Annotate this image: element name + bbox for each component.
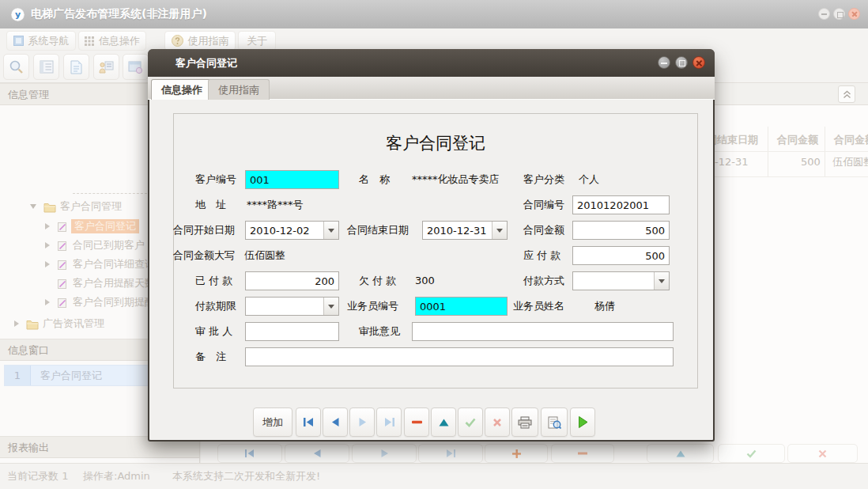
- bg-nav-last-button[interactable]: [418, 444, 483, 463]
- window-maximize-button[interactable]: [833, 8, 845, 20]
- dropdown-button[interactable]: [492, 222, 507, 239]
- print-preview-button[interactable]: [541, 408, 568, 437]
- quick-search-button[interactable]: [3, 54, 29, 80]
- quick-document-button[interactable]: [63, 54, 89, 80]
- menu-item-label: 信息操作: [99, 34, 140, 48]
- window-titlebar: y 电梯广告发布管理系统(非注册用户): [0, 0, 868, 28]
- page-tool-icon: [57, 259, 68, 274]
- bg-nav-remove-button[interactable]: [551, 444, 614, 463]
- contract-no-input[interactable]: [572, 195, 670, 214]
- grid-column-amount[interactable]: 合同金额: [777, 129, 818, 151]
- chevron-right-icon[interactable]: [45, 223, 50, 229]
- print-button[interactable]: [511, 408, 538, 437]
- form-title: 客户合同登记: [173, 132, 698, 154]
- window-nav-icon: [13, 36, 24, 46]
- dialog-close-button[interactable]: [693, 56, 705, 69]
- next-record-button[interactable]: [349, 408, 375, 437]
- grid-cell-amount[interactable]: 500: [801, 151, 820, 173]
- add-button[interactable]: 增加: [253, 408, 292, 437]
- amount-input[interactable]: [572, 221, 670, 240]
- salesman-no-input[interactable]: [415, 297, 508, 316]
- chevron-right-icon[interactable]: [45, 299, 50, 305]
- app-root: y 电梯广告发布管理系统(非注册用户) 系统导航 信息操作 使用指南 关于: [0, 0, 868, 489]
- prev-record-button[interactable]: [323, 408, 348, 437]
- tree-node-label[interactable]: 客户合同管理: [60, 199, 122, 214]
- chevron-right-icon[interactable]: [45, 242, 50, 248]
- quick-user-report-button[interactable]: [93, 54, 119, 80]
- chevron-down-icon: [496, 229, 503, 233]
- chevron-right-icon[interactable]: [14, 320, 19, 327]
- tree-item-label[interactable]: 客户合同登记: [71, 219, 139, 233]
- dropdown-button[interactable]: [654, 272, 669, 290]
- tree-item-label[interactable]: 合同已到期客户: [73, 238, 145, 252]
- bg-nav-first-button[interactable]: [217, 444, 282, 463]
- edit-record-button[interactable]: [431, 408, 456, 437]
- window-close-button[interactable]: [848, 8, 860, 20]
- bg-nav-ok-button[interactable]: [718, 444, 785, 463]
- pay-term-combobox[interactable]: [245, 297, 339, 316]
- run-icon: [578, 416, 588, 428]
- approver-input[interactable]: [245, 322, 339, 341]
- quick-window-preview-button[interactable]: [123, 54, 149, 80]
- chevron-down-icon[interactable]: [30, 204, 36, 209]
- grid-column-amount-cn[interactable]: 合同金额大写: [834, 129, 868, 151]
- bg-nav-next-button[interactable]: [352, 444, 417, 463]
- opinion-input[interactable]: [412, 322, 674, 341]
- collapse-panel-button[interactable]: [838, 85, 855, 103]
- notebook-icon: [40, 60, 54, 74]
- last-record-button[interactable]: [376, 408, 402, 437]
- bg-nav-edit-button[interactable]: [647, 444, 714, 463]
- grid-divider: [825, 127, 825, 177]
- remark-input[interactable]: [245, 347, 674, 366]
- paid-input[interactable]: [245, 271, 339, 290]
- tree-node-label[interactable]: 广告资讯管理: [43, 317, 104, 331]
- help-icon: [172, 35, 183, 47]
- status-bar: 当前记录数 1 操作者:Admin 本系统支持二次开发和全新开发!: [0, 463, 868, 489]
- bg-nav-prev-button[interactable]: [285, 444, 349, 463]
- dialog-contract-register: 客户合同登记 信息操作 使用指南 客户合同登记 客户编号 名 称 *****化妆…: [148, 49, 715, 442]
- chevron-right-icon[interactable]: [45, 261, 50, 267]
- end-date-combobox[interactable]: [422, 221, 508, 240]
- page-tool-icon: [57, 278, 68, 293]
- cancel-button[interactable]: [485, 408, 510, 437]
- menu-item-about[interactable]: 关于: [238, 31, 276, 51]
- triangle-up-icon: [676, 450, 685, 457]
- run-button[interactable]: [570, 408, 595, 437]
- dialog-minimize-button[interactable]: [658, 56, 670, 69]
- grid-cell-amount-cn[interactable]: 伍佰圆整: [832, 151, 868, 173]
- tree-item-label[interactable]: 客户合同到期提醒: [73, 295, 155, 309]
- tree-item-label[interactable]: 客户合用提醒天数: [73, 276, 155, 290]
- payable-input[interactable]: [572, 246, 670, 265]
- dropdown-button[interactable]: [323, 222, 338, 239]
- start-date-combobox[interactable]: [245, 221, 339, 240]
- label-salesman-name: 业务员姓名: [513, 297, 564, 316]
- next-record-icon: [358, 418, 367, 426]
- pay-term-input[interactable]: [246, 298, 323, 315]
- start-date-input[interactable]: [246, 222, 323, 239]
- label-remark: 备 注: [195, 347, 226, 366]
- menu-item-user-guide[interactable]: 使用指南: [164, 31, 236, 51]
- dropdown-button[interactable]: [323, 298, 338, 315]
- customer-no-input[interactable]: [245, 170, 339, 189]
- confirm-button[interactable]: [458, 408, 483, 437]
- bg-nav-add-button[interactable]: [485, 444, 548, 463]
- dialog-title: 客户合同登记: [175, 56, 237, 70]
- dialog-titlebar[interactable]: 客户合同登记: [148, 49, 715, 77]
- remove-record-button[interactable]: [404, 408, 429, 437]
- search-icon: [9, 59, 24, 74]
- pay-method-input[interactable]: [573, 272, 654, 290]
- end-date-input[interactable]: [423, 222, 492, 239]
- dialog-tab-user-guide[interactable]: 使用指南: [208, 79, 270, 100]
- category-value: 个人: [579, 170, 599, 189]
- bg-nav-cancel-button[interactable]: [787, 444, 858, 463]
- first-record-button[interactable]: [296, 408, 321, 437]
- menu-item-info-operation[interactable]: 信息操作: [78, 31, 146, 51]
- window-minimize-button[interactable]: [818, 8, 830, 20]
- dialog-maximize-button[interactable]: [675, 56, 688, 69]
- dialog-tab-info-operation[interactable]: 信息操作: [151, 79, 213, 100]
- tree-item-label[interactable]: 客户合同详细查询: [73, 257, 155, 271]
- quick-notebook-button[interactable]: [33, 54, 59, 80]
- menu-item-system-nav[interactable]: 系统导航: [6, 31, 76, 51]
- pay-method-combobox[interactable]: [572, 271, 670, 290]
- label-start-date: 合同开始日期: [173, 221, 235, 240]
